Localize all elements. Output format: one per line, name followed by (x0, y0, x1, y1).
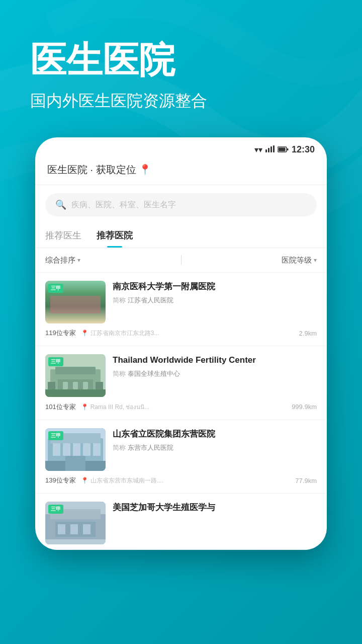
svg-rect-1 (268, 148, 269, 152)
location-text: 山东省东营市东城南一路.... (90, 476, 163, 485)
hospital-info: 山东省立医院集团东营医院 简称 东营市人民医院 (113, 428, 317, 471)
tab-recommended-doctors[interactable]: 推荐医生 (45, 229, 81, 248)
battery-icon (278, 145, 289, 154)
grade-filter-label: 医院等级 (282, 256, 312, 265)
signal-icon (265, 145, 275, 154)
hospital-image-wrapper: 三甲 (45, 354, 106, 397)
list-item[interactable]: 三甲 山东省立医院集团东营医院 简称 东营市人民医院 139位专家 📍 山东省东… (35, 420, 327, 494)
list-item[interactable]: 三甲 Thailand Worldwide Fertility Center 简… (35, 346, 327, 420)
search-icon: 🔍 (55, 199, 66, 210)
svg-rect-23 (73, 443, 80, 456)
tabs-container: 推荐医生 推荐医院 (35, 224, 327, 248)
search-input[interactable]: 疾病、医院、科室、医生名字 (71, 200, 176, 210)
search-container: 🔍 疾病、医院、科室、医生名字 (35, 185, 327, 224)
filter-divider (80, 255, 282, 265)
location-text: 江苏省南京市江东北路3... (90, 329, 159, 338)
experts-count: 119位专家 (45, 329, 76, 338)
distance: 2.9km (299, 330, 317, 337)
hospital-name: 美国芝加哥大学生殖医学与 (113, 502, 317, 514)
tab-recommended-hospitals[interactable]: 推荐医院 (97, 229, 133, 248)
hospital-abbr: 简称 东营市人民医院 (113, 443, 317, 452)
location-pin-icon: 📍 (81, 477, 88, 484)
hospital-image-wrapper: 三甲 (45, 502, 106, 544)
location-info: 📍 山东省东营市东城南一路.... (81, 476, 291, 485)
hospital-abbr: 简称 江苏省人民医院 (113, 296, 317, 305)
hero-title: 医生医院 (30, 40, 332, 80)
phone-mockup: ▾▾ 12:30 医生医院 · 获取定位 (35, 137, 327, 550)
svg-rect-14 (73, 382, 78, 389)
svg-rect-26 (65, 456, 85, 471)
hospital-info: Thailand Worldwide Fertility Center 简称 泰… (113, 354, 317, 397)
hero-section: 医生医院 国内外医生医院资源整合 (0, 0, 362, 122)
filter-bar: 综合排序 ▾ 医院等级 ▾ (35, 248, 327, 273)
svg-rect-31 (58, 524, 65, 534)
location-dot-icon: 📍 (139, 164, 151, 175)
location-pin-icon: 📍 (81, 330, 88, 337)
grade-badge: 三甲 (48, 284, 63, 293)
search-bar[interactable]: 🔍 疾病、医院、科室、医生名字 (45, 193, 317, 216)
distance: 999.9km (292, 403, 317, 411)
hospital-abbr: 简称 泰国全球生殖中心 (113, 369, 317, 378)
svg-rect-3 (273, 145, 275, 152)
svg-rect-32 (70, 524, 78, 534)
location-info: 📍 江苏省南京市江东北路3... (81, 329, 294, 338)
grade-badge: 三甲 (48, 357, 63, 366)
svg-rect-9 (55, 367, 96, 374)
distance: 77.9km (295, 477, 317, 485)
svg-rect-22 (63, 443, 70, 456)
app-header-title: 医生医院 · 获取定位 📍 (47, 164, 151, 175)
hospital-meta: 139位专家 📍 山东省东营市东城南一路.... 77.9km (45, 476, 317, 485)
hospital-info: 南京医科大学第一附属医院 简称 江苏省人民医院 (113, 281, 317, 324)
grade-badge: 三甲 (48, 505, 63, 514)
hospital-list: 三甲 南京医科大学第一附属医院 简称 江苏省人民医院 119位专家 📍 江苏省南… (35, 273, 327, 550)
list-item[interactable]: 三甲 南京医科大学第一附属医院 简称 江苏省人民医院 119位专家 📍 江苏省南… (35, 273, 327, 346)
hospital-meta: 119位专家 📍 江苏省南京市江东北路3... 2.9km (45, 329, 317, 338)
app-header: 医生医院 · 获取定位 📍 (35, 159, 327, 185)
hospital-image-wrapper: 三甲 (45, 428, 106, 471)
experts-count: 101位专家 (45, 403, 76, 412)
svg-rect-6 (278, 147, 285, 151)
wifi-icon: ▾▾ (254, 145, 262, 154)
svg-rect-25 (93, 443, 101, 456)
hospital-image-wrapper: 三甲 (45, 281, 106, 324)
grade-chevron-icon: ▾ (314, 257, 317, 264)
svg-rect-0 (265, 149, 267, 152)
hospital-name: 山东省立医院集团东营医院 (113, 428, 317, 440)
hospital-info: 美国芝加哥大学生殖医学与 (113, 502, 317, 544)
location-text: Rama III Rd, ช่องนนิ... (90, 402, 150, 412)
hospital-name: Thailand Worldwide Fertility Center (113, 354, 317, 366)
hospital-meta: 101位专家 📍 Rama III Rd, ช่องนนิ... 999.9km (45, 402, 317, 412)
svg-rect-21 (53, 443, 60, 456)
list-item[interactable]: 三甲 美国芝加哥大学生殖医学与 (35, 494, 327, 550)
svg-rect-13 (63, 382, 68, 389)
sort-filter-label: 综合排序 (45, 256, 75, 265)
hospital-name: 南京医科大学第一附属医院 (113, 281, 317, 293)
sort-filter-button[interactable]: 综合排序 ▾ (45, 256, 80, 265)
status-bar: ▾▾ 12:30 (35, 137, 327, 159)
svg-rect-16 (45, 389, 106, 397)
grade-filter-button[interactable]: 医院等级 ▾ (282, 256, 317, 265)
experts-count: 139位专家 (45, 476, 76, 485)
svg-rect-15 (83, 382, 88, 389)
svg-rect-24 (83, 443, 90, 456)
status-icons: ▾▾ 12:30 (254, 144, 315, 155)
location-info: 📍 Rama III Rd, ช่องนนิ... (81, 402, 287, 412)
svg-rect-33 (83, 524, 90, 534)
status-time: 12:30 (292, 144, 315, 155)
svg-rect-5 (287, 148, 288, 150)
grade-badge: 三甲 (48, 431, 63, 440)
hero-subtitle: 国内外医生医院资源整合 (30, 90, 332, 112)
svg-rect-2 (270, 146, 272, 152)
location-pin-icon: 📍 (81, 404, 88, 411)
